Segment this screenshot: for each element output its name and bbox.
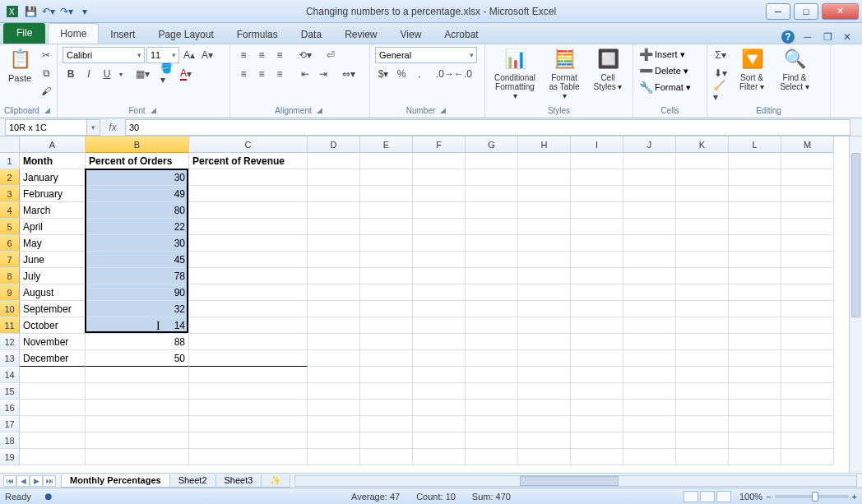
row-header[interactable]: 16 bbox=[0, 400, 20, 416]
sheet-tab-active[interactable]: Monthly Percentages bbox=[61, 474, 170, 488]
cell[interactable] bbox=[466, 186, 518, 202]
cell[interactable] bbox=[413, 268, 466, 284]
cell[interactable] bbox=[360, 219, 413, 235]
cell[interactable] bbox=[781, 219, 834, 235]
cell[interactable] bbox=[571, 416, 623, 432]
page-break-view-icon[interactable] bbox=[716, 491, 731, 502]
cell[interactable] bbox=[781, 202, 834, 219]
v-scroll-thumb[interactable] bbox=[851, 153, 860, 317]
cell[interactable] bbox=[676, 449, 729, 465]
orientation-icon[interactable]: ⟲▾ bbox=[297, 47, 313, 63]
cell[interactable] bbox=[676, 432, 729, 449]
cell[interactable] bbox=[518, 169, 571, 186]
merge-center-icon[interactable]: ⇔▾ bbox=[341, 66, 357, 82]
cell[interactable] bbox=[518, 252, 571, 268]
cell[interactable] bbox=[466, 334, 518, 350]
cell[interactable] bbox=[781, 416, 834, 432]
cell[interactable] bbox=[308, 317, 360, 334]
cell[interactable] bbox=[413, 186, 466, 202]
cell[interactable] bbox=[189, 252, 308, 268]
cell[interactable] bbox=[360, 153, 413, 169]
sheet-nav-prev-icon[interactable]: ◀ bbox=[16, 475, 30, 487]
tab-acrobat[interactable]: Acrobat bbox=[433, 25, 489, 44]
tab-formulas[interactable]: Formulas bbox=[225, 25, 290, 44]
cell[interactable] bbox=[729, 169, 781, 186]
tab-insert[interactable]: Insert bbox=[99, 25, 146, 44]
cell[interactable] bbox=[676, 186, 729, 202]
cell[interactable] bbox=[360, 202, 413, 219]
cell[interactable]: Month bbox=[20, 153, 86, 169]
cell[interactable] bbox=[729, 317, 781, 334]
cell[interactable] bbox=[189, 432, 308, 449]
cell[interactable] bbox=[518, 317, 571, 334]
format-painter-icon[interactable]: 🖌 bbox=[38, 83, 54, 99]
cell[interactable] bbox=[571, 169, 623, 186]
cell[interactable] bbox=[781, 169, 834, 186]
cell[interactable] bbox=[623, 400, 676, 416]
cell[interactable] bbox=[518, 268, 571, 284]
cell[interactable] bbox=[571, 153, 623, 169]
cell[interactable] bbox=[360, 235, 413, 252]
row-header[interactable]: 4 bbox=[0, 202, 20, 219]
cell[interactable] bbox=[20, 383, 86, 400]
cell[interactable] bbox=[413, 350, 466, 367]
cell[interactable] bbox=[518, 219, 571, 235]
cell[interactable] bbox=[360, 301, 413, 317]
cell[interactable] bbox=[189, 383, 308, 400]
cell[interactable] bbox=[676, 268, 729, 284]
cell[interactable] bbox=[189, 367, 308, 383]
cell[interactable] bbox=[466, 449, 518, 465]
row-header[interactable]: 14 bbox=[0, 367, 20, 383]
row-header[interactable]: 3 bbox=[0, 186, 20, 202]
tab-home[interactable]: Home bbox=[48, 23, 99, 44]
cell[interactable]: 90 bbox=[86, 284, 189, 301]
row-header[interactable]: 5 bbox=[0, 219, 20, 235]
decrease-font-icon[interactable]: A▾ bbox=[199, 47, 216, 63]
clear-icon[interactable]: 🧹▾ bbox=[712, 83, 729, 99]
cell[interactable] bbox=[729, 449, 781, 465]
cell[interactable] bbox=[413, 202, 466, 219]
cell[interactable] bbox=[308, 202, 360, 219]
paste-button[interactable]: 📋 Paste bbox=[5, 47, 35, 85]
cell[interactable] bbox=[676, 284, 729, 301]
cell[interactable] bbox=[189, 400, 308, 416]
sheet-nav-first-icon[interactable]: ⏮ bbox=[3, 475, 16, 487]
cell[interactable] bbox=[189, 284, 308, 301]
cell[interactable]: 30 bbox=[86, 169, 189, 186]
cell[interactable] bbox=[308, 350, 360, 367]
align-bottom-icon[interactable]: ≡ bbox=[271, 47, 288, 63]
cell[interactable] bbox=[189, 169, 308, 186]
cell[interactable] bbox=[413, 432, 466, 449]
cell[interactable] bbox=[729, 350, 781, 367]
cell[interactable]: September bbox=[20, 301, 86, 317]
cell[interactable] bbox=[466, 383, 518, 400]
cell[interactable] bbox=[781, 367, 834, 383]
cell[interactable] bbox=[413, 219, 466, 235]
fill-icon[interactable]: ⬇▾ bbox=[712, 65, 729, 81]
number-format-combo[interactable]: General bbox=[375, 47, 477, 63]
cell[interactable] bbox=[308, 432, 360, 449]
number-dialog-launcher[interactable]: ◢ bbox=[438, 105, 448, 115]
cell[interactable] bbox=[729, 301, 781, 317]
cell[interactable] bbox=[781, 400, 834, 416]
cell[interactable] bbox=[360, 268, 413, 284]
new-sheet-icon[interactable]: ✨ bbox=[261, 474, 290, 488]
cell[interactable] bbox=[781, 334, 834, 350]
cell[interactable] bbox=[466, 219, 518, 235]
bold-button[interactable]: B bbox=[63, 66, 79, 82]
tab-data[interactable]: Data bbox=[290, 25, 333, 44]
cell[interactable] bbox=[623, 235, 676, 252]
percent-format-icon[interactable]: % bbox=[393, 66, 410, 82]
cell[interactable] bbox=[308, 186, 360, 202]
cell[interactable] bbox=[729, 219, 781, 235]
font-name-combo[interactable]: Calibri bbox=[63, 47, 145, 63]
cell[interactable] bbox=[360, 367, 413, 383]
cell[interactable] bbox=[729, 400, 781, 416]
cell[interactable] bbox=[729, 153, 781, 169]
cell[interactable] bbox=[413, 334, 466, 350]
column-header[interactable]: L bbox=[729, 136, 781, 153]
cell[interactable] bbox=[623, 449, 676, 465]
normal-view-icon[interactable] bbox=[684, 491, 698, 502]
cell[interactable] bbox=[189, 235, 308, 252]
cell[interactable] bbox=[781, 449, 834, 465]
